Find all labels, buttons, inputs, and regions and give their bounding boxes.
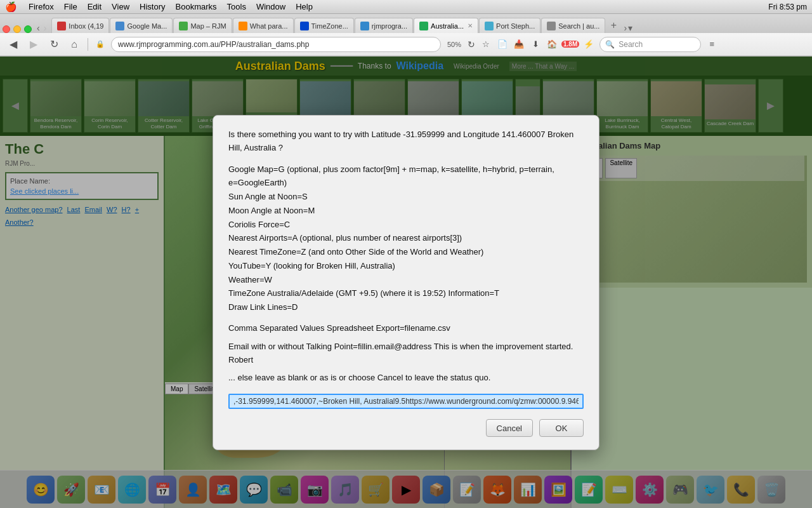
dialog-option-2: Moon Angle at Noon=M xyxy=(228,204,584,218)
pocket-icon[interactable]: 📥 xyxy=(512,37,526,51)
tab-close-6[interactable]: ✕ xyxy=(468,22,473,29)
tab-label-7: Port Steph... xyxy=(496,22,535,30)
menu-view[interactable]: View xyxy=(107,0,134,14)
dialog-option-0: Google Map=G (optional, plus zoom factor… xyxy=(228,163,584,190)
overflow-icon[interactable]: ≡ xyxy=(705,37,719,51)
menu-tools[interactable]: Tools xyxy=(222,0,251,14)
menu-firefox[interactable]: Firefox xyxy=(23,0,59,14)
badge-count: 1.8M xyxy=(561,41,579,48)
dialog-question: Is there something you want to try with … xyxy=(228,128,584,155)
tab-add[interactable]: + xyxy=(606,18,621,33)
tab-label-5: rjmprogra... xyxy=(372,22,407,30)
dialog-option-8: TimeZone Australia/Adelaide (GMT +9.5) (… xyxy=(228,287,584,300)
home-icon2[interactable]: 🏠 xyxy=(545,37,559,51)
toolbar-separator xyxy=(88,38,88,51)
star-icon[interactable]: ☆ xyxy=(479,37,493,51)
zoom-indicator: 50% xyxy=(445,41,464,48)
window-close[interactable] xyxy=(3,25,10,33)
dialog-option-6: YouTube=Y (looking for Broken Hill, Aust… xyxy=(228,260,584,273)
tab-menu[interactable]: ▾ xyxy=(628,23,632,33)
window-minimize[interactable] xyxy=(13,25,21,33)
addon-icon[interactable]: ⚡ xyxy=(582,37,596,51)
tab-label-8: Search | au... xyxy=(558,22,599,30)
search-bar[interactable]: 🔍 Search xyxy=(599,37,701,52)
apple-menu[interactable]: 🍎 xyxy=(5,1,17,13)
tab-scroll-right[interactable]: › xyxy=(624,23,627,33)
menu-history[interactable]: History xyxy=(134,0,170,14)
tab-favicon-1 xyxy=(115,22,124,30)
address-bar[interactable]: www.rjmprogramming.com.au/PHP/australian… xyxy=(111,37,441,52)
page-content: Australian Dams ━━━━━ Thanks to Wikipedi… xyxy=(0,57,812,508)
tab-label-6: Australia... xyxy=(431,22,464,30)
tab-6[interactable]: Australia... ✕ xyxy=(414,18,478,33)
tab-favicon-4 xyxy=(300,22,309,30)
tab-5[interactable]: rjmprogra... xyxy=(355,18,413,33)
menu-bookmarks[interactable]: Bookmarks xyxy=(171,0,222,14)
tab-back[interactable]: ‹ xyxy=(37,23,40,33)
toolbar-extra: ≡ xyxy=(705,37,719,51)
back-button[interactable]: ◀ xyxy=(5,36,22,53)
dialog-csv-text: Comma Separated Values Spreadsheet Expor… xyxy=(228,322,584,335)
menubar-time: Fri 8:53 pm xyxy=(768,3,807,11)
search-placeholder: Search xyxy=(619,40,643,49)
tab-favicon-0 xyxy=(57,22,66,30)
ok-button[interactable]: OK xyxy=(539,419,584,437)
menu-window[interactable]: Window xyxy=(251,0,291,14)
dialog-option-5: Nearest TimeZone=Z (and onto Other Side … xyxy=(228,246,584,259)
menu-help[interactable]: Help xyxy=(291,0,318,14)
dialog-option-1: Sun Angle at Noon=S xyxy=(228,190,584,204)
dialog-option-9: Draw Link Lines=D xyxy=(228,301,584,314)
tab-label-0: Inbox (4,19 xyxy=(69,22,103,30)
dialog-option-4: Nearest Airports=A (optional, plus numbe… xyxy=(228,232,584,245)
tab-label-3: What para... xyxy=(250,22,288,30)
security-icon: 🔒 xyxy=(93,37,107,51)
refresh-icon[interactable]: ↻ xyxy=(468,39,475,50)
cancel-button[interactable]: Cancel xyxy=(486,419,533,437)
tab-favicon-7 xyxy=(485,22,494,30)
tab-favicon-8 xyxy=(547,22,556,30)
tab-8[interactable]: Search | au... xyxy=(541,18,605,33)
url-text: www.rjmprogramming.com.au/PHP/australian… xyxy=(118,40,309,49)
download-icon[interactable]: ⬇ xyxy=(528,37,542,51)
forward-button[interactable]: ▶ xyxy=(25,36,42,53)
dialog-email-text: Email with or without Talking Point=fill… xyxy=(228,340,584,367)
home-button[interactable]: ⌂ xyxy=(66,36,82,53)
tab-label-4: TimeZone... xyxy=(311,22,348,30)
toolbar-row: ◀ ▶ ↻ ⌂ 🔒 www.rjmprogramming.com.au/PHP/… xyxy=(0,33,812,56)
menubar-right: Fri 8:53 pm xyxy=(768,3,807,11)
tabs-row: ‹ › Inbox (4,19 Google Ma... Map – RJM W… xyxy=(0,14,812,33)
dialog-blank-text: ... else leave as blank or as is or choo… xyxy=(228,371,584,385)
dialog-buttons: Cancel OK xyxy=(228,419,584,437)
tab-0[interactable]: Inbox (4,19 xyxy=(51,18,109,33)
tab-7[interactable]: Port Steph... xyxy=(479,18,540,33)
tab-label-1: Google Ma... xyxy=(127,22,167,30)
search-icon: 🔍 xyxy=(605,40,615,49)
dialog-option-7: Weather=W xyxy=(228,274,584,287)
tab-2[interactable]: Map – RJM xyxy=(173,18,232,33)
menu-edit[interactable]: Edit xyxy=(82,0,107,14)
dialog-option-3: Coriolis Force=C xyxy=(228,218,584,232)
toolbar-icons: ☆ 📄 📥 ⬇ 🏠 1.8M ⚡ xyxy=(479,37,596,51)
dialog-input-row xyxy=(228,394,584,409)
tab-favicon-2 xyxy=(179,22,188,30)
dialog-input[interactable] xyxy=(228,394,584,409)
dialog: Is there something you want to try with … xyxy=(213,115,599,451)
window-maximize[interactable] xyxy=(24,25,32,33)
tab-favicon-5 xyxy=(360,22,369,30)
mac-menubar: 🍎 Firefox File Edit View History Bookmar… xyxy=(0,0,812,14)
tab-label-2: Map – RJM xyxy=(190,22,226,30)
tab-favicon-6 xyxy=(419,22,428,30)
menu-file[interactable]: File xyxy=(59,0,82,14)
reload-button[interactable]: ↻ xyxy=(46,36,62,53)
dialog-overlay: Is there something you want to try with … xyxy=(0,57,812,508)
tab-4[interactable]: TimeZone... xyxy=(294,18,354,33)
tab-favicon-3 xyxy=(239,22,247,30)
tab-forward[interactable]: › xyxy=(44,23,47,33)
reader-icon[interactable]: 📄 xyxy=(495,37,509,51)
tab-3[interactable]: What para... xyxy=(233,18,294,33)
browser-chrome: ‹ › Inbox (4,19 Google Ma... Map – RJM W… xyxy=(0,14,812,57)
tab-1[interactable]: Google Ma... xyxy=(110,18,173,33)
